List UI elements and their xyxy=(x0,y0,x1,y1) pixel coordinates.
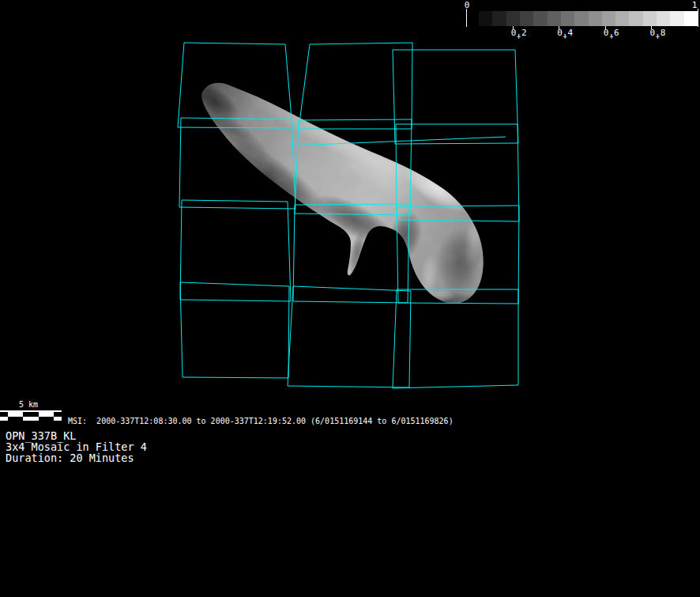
duration-label: Duration: 20 Minutes xyxy=(6,452,147,463)
render-canvas xyxy=(0,0,700,597)
colorbar-cell xyxy=(479,11,492,26)
observation-status-line: MSI: 2000-337T12:08:30.00 to 2000-337T12… xyxy=(68,417,453,425)
colorbar-minor-tick: + xyxy=(596,34,627,40)
colorbar-minor-tick: + xyxy=(503,34,535,40)
colorbar-cell xyxy=(657,11,670,26)
scalebar-checker-cell xyxy=(47,417,55,421)
colorbar-cell xyxy=(684,11,698,26)
scalebar-checker-cell xyxy=(8,417,16,421)
scalebar-checker-cell xyxy=(54,417,62,421)
scalebar-checker-cell xyxy=(16,417,24,421)
colorbar-axis-start-line xyxy=(466,9,467,27)
sequence-info-block: OPN_337B_KL 3x4 Mosaic in Filter 4 Durat… xyxy=(6,430,147,463)
colorbar xyxy=(479,11,698,26)
scalebar-checker-cell xyxy=(39,417,47,421)
colorbar-cell xyxy=(629,11,642,26)
colorbar-axis-end-line xyxy=(698,9,698,27)
colorbar-cell xyxy=(602,11,615,26)
colorbar-minor-tick: + xyxy=(642,34,673,40)
mosaic-description: 3x4 Mosaic in Filter 4 xyxy=(6,441,147,452)
asteroid-eros-rendering xyxy=(174,67,506,320)
colorbar-cell xyxy=(533,11,547,26)
mosaic-footprint-r4c3 xyxy=(393,289,518,388)
colorbar-cell xyxy=(561,11,574,26)
asteroid-shading xyxy=(174,67,506,320)
scalebar-checker-cell xyxy=(0,417,8,421)
msi-mosaic-display: 0 1 0.2+0.4+0.6+0.8+ 5 km MSI: 2000-337T… xyxy=(0,0,700,597)
colorbar-cell xyxy=(589,11,602,26)
colorbar-min-label: 0 xyxy=(461,1,472,9)
colorbar-cell xyxy=(520,11,533,26)
scalebar-checker-cell xyxy=(31,417,39,421)
scalebar-checker-cell xyxy=(23,417,31,421)
scalebar-checker xyxy=(0,412,62,421)
colorbar-cell xyxy=(492,11,506,26)
colorbar-cell xyxy=(548,11,561,26)
colorbar-cell xyxy=(643,11,657,26)
colorbar-cell xyxy=(506,11,520,26)
colorbar-minor-tick: + xyxy=(549,34,581,40)
sequence-id: OPN_337B_KL xyxy=(6,430,147,441)
colorbar-cell xyxy=(670,11,683,26)
mosaic-footprint-r1c2 xyxy=(299,43,412,129)
scalebar-label: 5 km xyxy=(12,400,45,409)
colorbar-cell xyxy=(574,11,588,26)
colorbar-cell xyxy=(615,11,629,26)
mosaic-footprint-r4c1 xyxy=(180,282,289,378)
